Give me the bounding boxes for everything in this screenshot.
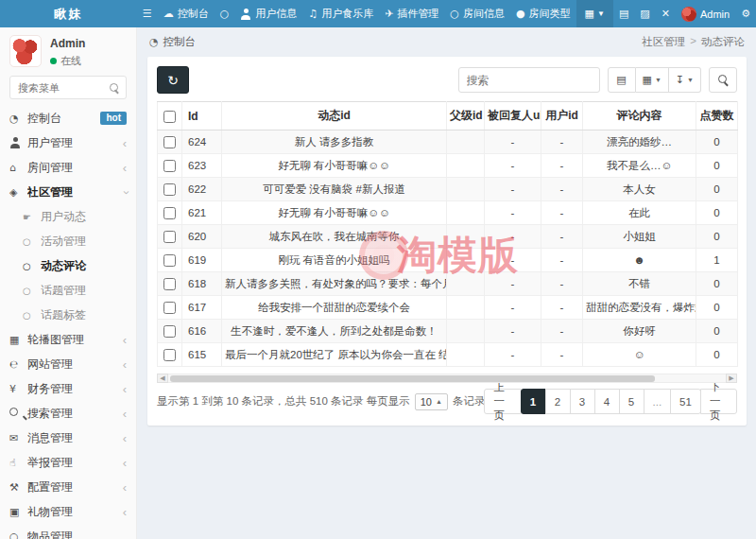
copy-icon: ▨ <box>640 8 649 20</box>
cell-id: 623 <box>182 154 222 178</box>
cell-likes: 0 <box>696 320 738 343</box>
next-page-button[interactable]: 下一页 <box>700 389 737 414</box>
grid-dropdown-button[interactable]: ▦ ▼ <box>576 0 613 27</box>
cell-parent <box>447 249 485 272</box>
page-size-select[interactable]: 10 ▲ <box>415 393 448 410</box>
nav-item-3[interactable]: ♫用户食乐库 <box>302 0 379 27</box>
fullscreen-button[interactable]: ✕ <box>656 0 676 27</box>
cell-reply_uid: - <box>485 296 541 320</box>
prev-page-button[interactable]: 上一页 <box>484 389 521 414</box>
column-header[interactable]: 动态id <box>222 102 447 130</box>
column-header[interactable]: 用户id <box>541 102 583 130</box>
cell-user: - <box>541 343 583 367</box>
nav-item-0[interactable]: ☁控制台 <box>158 0 215 27</box>
page-button-5[interactable]: 5 <box>619 389 644 414</box>
sidebar-subitem-label: 活动管理 <box>41 234 127 250</box>
cell-comment: 你好呀 <box>583 320 696 343</box>
scrollbar-thumb[interactable] <box>170 375 655 382</box>
user-menu[interactable]: Admin <box>676 0 735 27</box>
sidebar-item-label: 物品管理 <box>27 529 127 539</box>
sidebar-toggle-button[interactable]: ☰ <box>137 0 158 27</box>
page-button-2[interactable]: 2 <box>545 389 571 414</box>
chevron-down-icon: ‹ <box>118 190 130 194</box>
settings-button[interactable]: ⚙ <box>735 0 756 27</box>
scrollbar-track[interactable] <box>168 374 726 383</box>
sidebar-item-9[interactable]: ☝举报管理‹ <box>0 450 136 475</box>
column-header[interactable]: 父级id <box>447 102 485 130</box>
page-button-51[interactable]: 51 <box>670 389 701 414</box>
sidebar-subitem-3-4[interactable]: ○话题标签 <box>0 303 136 327</box>
refresh-button[interactable]: ↻ <box>157 66 189 94</box>
music-icon: ♫ <box>308 8 318 20</box>
cell-post: 好无聊 有小哥哥嘛☺☺ <box>222 154 447 178</box>
export-icon: ↧ <box>676 74 684 86</box>
comments-table: Id动态id父级id被回复人uid用户id评论内容点赞数 624新人 请多多指教… <box>157 101 738 367</box>
sidebar-item-1[interactable]: 用户管理‹ <box>0 130 136 155</box>
caret-down-icon: ▼ <box>597 9 605 18</box>
sidebar-item-2[interactable]: ⌂房间管理‹ <box>0 155 136 180</box>
cell-id: 616 <box>182 320 222 343</box>
toolbar-right: ▤ ▦▼ ↧▼ <box>458 67 738 93</box>
nav-item-6[interactable]: ●房间类型 <box>510 0 576 27</box>
sidebar-item-0[interactable]: ◔控制台hot <box>0 106 136 130</box>
sidebar-item-10[interactable]: ⚒配置管理‹ <box>0 475 136 499</box>
row-checkbox[interactable] <box>163 136 176 148</box>
sidebar-item-7[interactable]: 搜索管理‹ <box>0 401 136 426</box>
chevron-left-icon: ‹ <box>123 358 127 371</box>
sidebar-item-8[interactable]: ✉消息管理‹ <box>0 426 136 450</box>
columns-button[interactable]: ▦▼ <box>636 67 669 93</box>
column-header[interactable]: 被回复人uid <box>485 102 541 130</box>
cell-likes: 0 <box>696 154 738 178</box>
sidebar-item-11[interactable]: ▣礼物管理‹ <box>0 499 136 524</box>
nav-item-1[interactable]: ○ <box>215 0 235 27</box>
row-checkbox[interactable] <box>163 183 176 196</box>
page-button-3[interactable]: 3 <box>570 389 595 414</box>
row-checkbox[interactable] <box>163 207 176 219</box>
nav-item-4[interactable]: ✈插件管理 <box>379 0 444 27</box>
copy-button[interactable]: ▨ <box>634 0 655 27</box>
checkbox-cell <box>158 296 182 320</box>
panel-button[interactable]: ▤ <box>613 0 634 27</box>
toggle-view-button[interactable]: ▤ <box>608 67 636 93</box>
nav-item-5[interactable]: ○房间信息 <box>444 0 510 27</box>
sidebar-item-4[interactable]: ▦轮播图管理‹ <box>0 327 136 352</box>
search-button[interactable] <box>709 67 737 93</box>
sidebar-subitem-3-0[interactable]: ☛用户动态 <box>0 204 136 229</box>
search-icon <box>718 75 729 85</box>
cell-post: 城东风在吹，我在城南等你 <box>222 225 447 249</box>
scroll-left-arrow[interactable]: ◀ <box>157 374 168 383</box>
sidebar-item-5[interactable]: ℮网站管理‹ <box>0 352 136 376</box>
caret-up-icon: ▲ <box>436 398 442 405</box>
row-checkbox[interactable] <box>163 349 176 361</box>
row-checkbox[interactable] <box>163 302 176 314</box>
nav-item-2[interactable]: 用户信息 <box>234 0 302 27</box>
column-header[interactable]: 评论内容 <box>583 102 696 130</box>
page-title[interactable]: ◔ 控制台 <box>149 35 196 49</box>
export-button[interactable]: ↧▼ <box>669 67 701 93</box>
sidebar-subitem-3-2[interactable]: ○动态评论 <box>0 253 136 278</box>
cell-likes: 1 <box>696 249 738 272</box>
navbar-menu: ☁控制台○用户信息♫用户食乐库✈插件管理○房间信息●房间类型 <box>158 0 576 27</box>
breadcrumb-separator: > <box>690 35 696 49</box>
sidebar-item-3[interactable]: ◈社区管理‹ <box>0 180 136 204</box>
page-button-4[interactable]: 4 <box>594 389 620 414</box>
sidebar-subitem-3-1[interactable]: ○活动管理 <box>0 229 136 253</box>
table-search-input[interactable] <box>458 67 600 93</box>
row-checkbox[interactable] <box>163 231 176 243</box>
row-checkbox[interactable] <box>163 160 176 172</box>
select-all-checkbox[interactable] <box>163 111 176 123</box>
table-row: 624新人 请多多指教--漂亮的婚纱…0 <box>158 130 738 154</box>
sidebar-item-6[interactable]: ¥财务管理‹ <box>0 376 136 401</box>
sidebar-subitem-3-3[interactable]: ○话题管理 <box>0 278 136 303</box>
column-header[interactable]: 点赞数 <box>696 102 738 130</box>
column-header[interactable]: Id <box>182 102 222 130</box>
checkbox-cell <box>158 343 182 367</box>
sidebar-item-12[interactable]: ○物品管理 <box>0 524 136 539</box>
page-button-1[interactable]: 1 <box>521 389 546 414</box>
row-checkbox[interactable] <box>163 325 176 338</box>
row-checkbox[interactable] <box>163 278 176 290</box>
sidebar-item-label: 控制台 <box>27 111 100 127</box>
row-checkbox[interactable] <box>163 254 176 267</box>
breadcrumb-parent[interactable]: 社区管理 <box>642 35 685 49</box>
brand-logo[interactable]: 瞅妹 <box>0 0 137 27</box>
